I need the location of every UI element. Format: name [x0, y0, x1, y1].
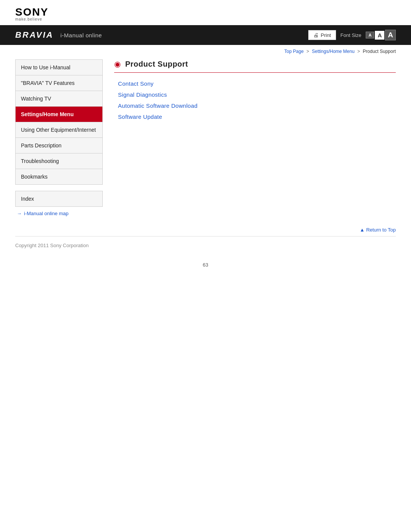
link-signal-diagnostics[interactable]: Signal Diagnostics: [118, 91, 396, 98]
return-to-top-arrow: ▲: [360, 227, 365, 233]
print-label: Print: [321, 32, 331, 38]
return-to-top-link[interactable]: ▲ Return to Top: [360, 227, 396, 233]
footer: Copyright 2011 Sony Corporation: [0, 236, 411, 254]
font-size-buttons: A A A: [366, 30, 396, 40]
arrow-right-icon: →: [17, 211, 22, 216]
bravia-logo: BRAVIA: [15, 30, 54, 40]
sidebar-item-index[interactable]: Index: [15, 191, 103, 207]
sony-text: SONY: [15, 7, 396, 18]
sidebar-item-settings-home[interactable]: Settings/Home Menu: [15, 106, 103, 122]
link-software-update[interactable]: Software Update: [118, 113, 396, 120]
page-number: 63: [0, 254, 411, 275]
top-bar-left: BRAVIA i-Manual online: [15, 30, 102, 40]
sidebar-item-watching-tv[interactable]: Watching TV: [15, 91, 103, 106]
content-links: Contact Sony Signal Diagnostics Automati…: [114, 80, 396, 120]
font-size-small[interactable]: A: [366, 32, 374, 38]
top-bar: BRAVIA i-Manual online 🖨 Print Font Size…: [0, 25, 411, 45]
sidebar-map-link[interactable]: → i-Manual online map: [15, 207, 103, 220]
top-bar-right: 🖨 Print Font Size A A A: [308, 30, 396, 40]
print-icon: 🖨: [313, 32, 319, 38]
font-size-large[interactable]: A: [385, 30, 396, 40]
link-auto-software-download[interactable]: Automatic Software Download: [118, 102, 396, 109]
breadcrumb-current: Product Support: [363, 49, 396, 54]
print-button[interactable]: 🖨 Print: [308, 30, 336, 40]
link-contact-sony[interactable]: Contact Sony: [118, 80, 396, 87]
sony-logo: SONY make.believe: [15, 7, 396, 21]
sidebar-item-parts-desc[interactable]: Parts Description: [15, 137, 103, 153]
sidebar-gap: [15, 185, 103, 191]
sidebar-item-bravia-tv[interactable]: "BRAVIA" TV Features: [15, 75, 103, 91]
return-to-top-row: ▲ Return to Top: [0, 220, 411, 236]
return-to-top-label: Return to Top: [366, 227, 396, 233]
breadcrumb: Top Page > Settings/Home Menu > Product …: [0, 45, 411, 56]
product-support-icon: ◉: [114, 59, 121, 69]
breadcrumb-settings[interactable]: Settings/Home Menu: [312, 49, 355, 54]
sidebar-item-how-to-use[interactable]: How to Use i-Manual: [15, 59, 103, 75]
sidebar-item-troubleshooting[interactable]: Troubleshooting: [15, 153, 103, 169]
sidebar-item-bookmarks[interactable]: Bookmarks: [15, 169, 103, 185]
page-title-row: ◉ Product Support: [114, 59, 396, 73]
sidebar: How to Use i-Manual "BRAVIA" TV Features…: [15, 59, 103, 220]
main-layout: How to Use i-Manual "BRAVIA" TV Features…: [0, 59, 411, 220]
sidebar-item-using-other[interactable]: Using Other Equipment/Internet: [15, 122, 103, 137]
copyright: Copyright 2011 Sony Corporation: [15, 243, 89, 248]
top-bar-subtitle: i-Manual online: [61, 32, 102, 38]
breadcrumb-sep-1: >: [306, 49, 309, 54]
font-size-medium[interactable]: A: [375, 31, 384, 40]
sony-tagline: make.believe: [15, 18, 396, 21]
page-title: Product Support: [125, 60, 188, 69]
font-size-label: Font Size: [341, 32, 362, 38]
breadcrumb-top-page[interactable]: Top Page: [284, 49, 304, 54]
sidebar-map-label: i-Manual online map: [24, 211, 68, 216]
content-area: ◉ Product Support Contact Sony Signal Di…: [103, 59, 396, 220]
breadcrumb-sep-2: >: [357, 49, 360, 54]
logo-area: SONY make.believe: [0, 0, 411, 25]
